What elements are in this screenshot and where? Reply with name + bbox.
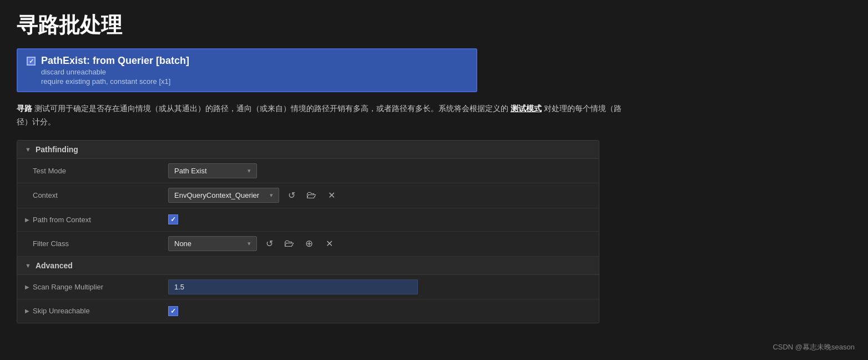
advanced-section-header[interactable]: ▼ Advanced xyxy=(17,257,599,275)
scan-range-multiplier-row: ▶ Scan Range Multiplier xyxy=(17,275,599,299)
filter-class-label: Filter Class xyxy=(17,235,162,252)
test-mode-row: Test Mode Path Exist ▾ xyxy=(17,159,599,183)
scan-range-multiplier-input[interactable] xyxy=(168,279,418,294)
skip-unreachable-arrow: ▶ xyxy=(25,308,29,314)
filter-class-folder-icon[interactable]: 🗁 xyxy=(281,236,297,252)
path-from-context-row: ▶ Path from Context xyxy=(17,208,599,232)
filter-class-add-icon[interactable]: ⊕ xyxy=(301,236,317,252)
test-mode-dropdown[interactable]: Path Exist ▾ xyxy=(168,163,257,178)
context-row: Context EnvQueryContext_Querier ▾ ↺ 🗁 ✕ xyxy=(17,183,599,208)
scan-range-multiplier-arrow: ▶ xyxy=(25,284,29,290)
test-mode-dropdown-text: Path Exist xyxy=(174,167,244,175)
selected-item-sub-line1: discard unreachable xyxy=(41,68,189,76)
description: 寻路 测试可用于确定是否存在通向情境（或从其通出）的路径，通向（或来自）情境的路… xyxy=(17,102,627,129)
skip-unreachable-row: ▶ Skip Unreachable xyxy=(17,299,599,323)
context-label: Context xyxy=(17,187,162,204)
path-from-context-arrow: ▶ xyxy=(25,217,29,223)
advanced-section-label: Advanced xyxy=(36,261,73,270)
context-dropdown[interactable]: EnvQueryContext_Querier ▾ xyxy=(168,188,279,203)
selected-item-box: PathExist: from Querier [batch] discard … xyxy=(17,48,477,92)
skip-unreachable-value xyxy=(162,302,599,321)
skip-unreachable-checkbox[interactable] xyxy=(168,306,178,316)
page-title: 寻路批处理 xyxy=(17,11,851,39)
pathfinding-section-header[interactable]: ▼ Pathfinding xyxy=(17,141,599,159)
advanced-collapse-arrow: ▼ xyxy=(25,262,31,269)
desc-highlight: 测试模式 xyxy=(511,104,542,113)
filter-class-dropdown-arrow: ▾ xyxy=(248,240,251,247)
test-mode-dropdown-arrow: ▾ xyxy=(248,167,251,174)
filter-class-value: None ▾ ↺ 🗁 ⊕ ✕ xyxy=(162,232,599,256)
filter-class-close-icon[interactable]: ✕ xyxy=(321,236,337,252)
scan-range-multiplier-label[interactable]: ▶ Scan Range Multiplier xyxy=(17,278,162,296)
context-reset-icon[interactable]: ↺ xyxy=(284,188,299,203)
test-mode-label: Test Mode xyxy=(17,162,162,179)
desc-bold: 寻路 xyxy=(17,104,32,113)
selected-item-checkbox[interactable] xyxy=(27,57,36,66)
context-dropdown-text: EnvQueryContext_Querier xyxy=(174,191,266,199)
filter-class-dropdown-text: None xyxy=(174,239,244,248)
pathfinding-collapse-arrow: ▼ xyxy=(25,146,31,153)
skip-unreachable-label-text: Skip Unreachable xyxy=(33,307,90,315)
context-close-icon[interactable]: ✕ xyxy=(324,188,339,203)
path-from-context-value xyxy=(162,210,599,229)
path-from-context-label[interactable]: ▶ Path from Context xyxy=(17,211,162,228)
context-folder-icon[interactable]: 🗁 xyxy=(304,188,319,203)
filter-class-reset-icon[interactable]: ↺ xyxy=(261,236,277,252)
path-from-context-checkbox[interactable] xyxy=(168,214,178,224)
selected-item-title: PathExist: from Querier [batch] xyxy=(41,55,189,67)
selected-item-sub-line2: require existing path, constant score [x… xyxy=(41,77,189,86)
main-panel: ▼ Pathfinding Test Mode Path Exist ▾ Con… xyxy=(17,140,599,323)
watermark: CSDN @幕志未晚season xyxy=(773,342,855,352)
selected-item-content: PathExist: from Querier [batch] discard … xyxy=(41,55,189,86)
scan-range-multiplier-value xyxy=(162,275,599,299)
context-dropdown-arrow: ▾ xyxy=(270,192,273,199)
scan-range-multiplier-label-text: Scan Range Multiplier xyxy=(33,283,103,291)
skip-unreachable-label[interactable]: ▶ Skip Unreachable xyxy=(17,302,162,319)
filter-class-row: Filter Class None ▾ ↺ 🗁 ⊕ ✕ xyxy=(17,232,599,257)
context-value: EnvQueryContext_Querier ▾ ↺ 🗁 ✕ xyxy=(162,183,599,208)
pathfinding-section-label: Pathfinding xyxy=(36,145,78,154)
path-from-context-label-text: Path from Context xyxy=(33,216,91,224)
test-mode-value: Path Exist ▾ xyxy=(162,159,599,183)
filter-class-dropdown[interactable]: None ▾ xyxy=(168,236,257,251)
